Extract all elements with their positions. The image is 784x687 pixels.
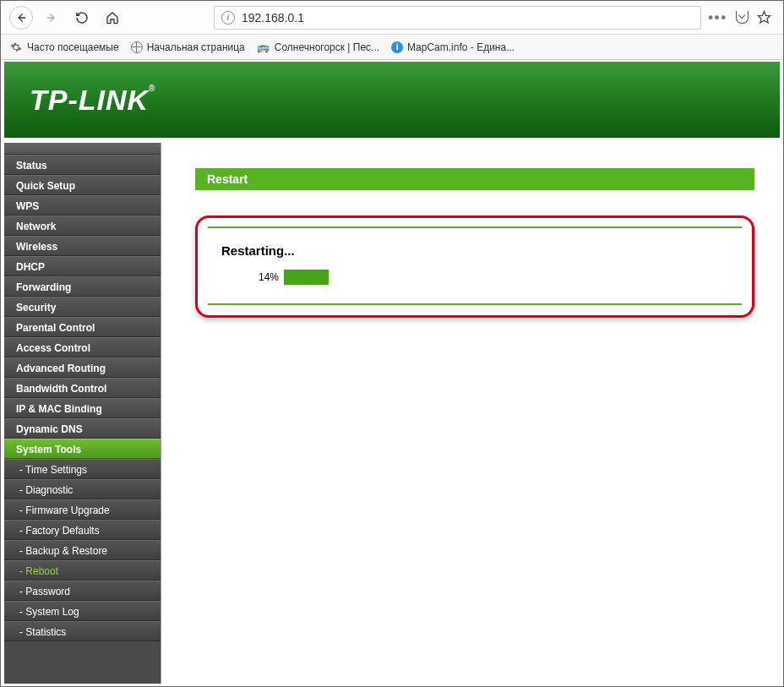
sidebar-item-dynamic-dns[interactable]: Dynamic DNS	[4, 418, 161, 439]
reload-button[interactable]	[70, 6, 94, 30]
divider	[208, 303, 742, 305]
logo-text: TP-LINK	[30, 84, 149, 116]
pocket-icon[interactable]	[736, 11, 749, 24]
bookmark-mapcam[interactable]: i MapCam.info - Едина...	[391, 41, 514, 53]
sidebar-item-access-control[interactable]: Access Control	[4, 337, 161, 357]
arrow-right-icon	[46, 12, 57, 24]
svg-marker-0	[758, 11, 770, 22]
gear-icon	[9, 41, 23, 54]
sidebar-item-wps[interactable]: WPS	[4, 195, 161, 215]
sidebar-item-factory-defaults[interactable]: - Factory Defaults	[4, 520, 161, 540]
progress-row: 14%	[216, 270, 733, 285]
url-text: 192.168.0.1	[242, 11, 304, 25]
bookmark-homepage[interactable]: Начальная страница	[131, 41, 245, 53]
bookmark-frequent[interactable]: Часто посещаемые	[9, 41, 119, 54]
progress-bar	[284, 270, 605, 285]
back-button[interactable]	[9, 6, 33, 30]
sidebar-item-dhcp[interactable]: DHCP	[4, 256, 161, 276]
address-bar[interactable]: i 192.168.0.1	[214, 6, 701, 30]
sidebar-item-reboot[interactable]: - Reboot	[4, 560, 161, 581]
sidebar-item-firmware-upgrade[interactable]: - Firmware Upgrade	[4, 499, 161, 520]
progress-fill	[284, 270, 329, 285]
sidebar-item-time-settings[interactable]: - Time Settings	[4, 459, 161, 479]
bookmarks-bar: Часто посещаемые Начальная страница 🚌 Со…	[1, 35, 783, 60]
progress-percent-text: 14%	[250, 271, 279, 283]
sidebar-item-backup-restore[interactable]: - Backup & Restore	[4, 540, 161, 560]
sidebar-item-system-tools[interactable]: System Tools	[4, 439, 161, 459]
router-header: TP-LINK®	[4, 62, 780, 138]
more-actions-icon[interactable]: •••	[708, 10, 727, 25]
sidebar-item-quick-setup[interactable]: Quick Setup	[4, 175, 161, 195]
restart-callout: Restarting... 14%	[195, 215, 754, 318]
restart-status-label: Restarting...	[216, 243, 733, 258]
sidebar-item-network[interactable]: Network	[4, 215, 161, 236]
sidebar-item-advanced-routing[interactable]: Advanced Routing	[4, 357, 161, 378]
main-content: Restart Restarting... 14%	[161, 143, 780, 684]
sidebar-item-ip-mac-binding[interactable]: IP & MAC Binding	[4, 398, 161, 418]
panel-title: Restart	[195, 168, 754, 190]
bookmark-solnechnogorsk[interactable]: 🚌 Солнечногорск | Пес...	[257, 41, 379, 54]
sidebar-item-status[interactable]: Status	[4, 155, 161, 175]
sidebar-item-wireless[interactable]: Wireless	[4, 236, 161, 256]
sidebar-item-forwarding[interactable]: Forwarding	[4, 276, 161, 297]
site-info-icon[interactable]: i	[221, 11, 235, 25]
sidebar-spacer	[4, 143, 161, 155]
sidebar-item-bandwidth-control[interactable]: Bandwidth Control	[4, 378, 161, 398]
logo-trademark: ®	[149, 84, 155, 93]
forward-button[interactable]	[40, 6, 63, 30]
bookmark-label: Солнечногорск | Пес...	[275, 41, 379, 53]
bookmark-label: MapCam.info - Едина...	[407, 41, 514, 53]
bookmark-label: Начальная страница	[147, 41, 245, 53]
reload-icon	[75, 11, 89, 25]
divider	[208, 226, 742, 228]
sidebar-item-diagnostic[interactable]: - Diagnostic	[4, 479, 161, 499]
home-icon	[106, 11, 119, 25]
van-icon: 🚌	[257, 41, 270, 54]
brand-logo: TP-LINK®	[30, 84, 155, 117]
info-blue-icon: i	[391, 41, 403, 53]
sidebar-nav: StatusQuick SetupWPSNetworkWirelessDHCPF…	[4, 143, 161, 684]
sidebar-item-statistics[interactable]: - Statistics	[4, 621, 161, 641]
sidebar-item-security[interactable]: Security	[4, 297, 161, 317]
home-button[interactable]	[101, 6, 124, 30]
globe-icon	[131, 41, 143, 53]
sidebar-item-password[interactable]: - Password	[4, 581, 161, 601]
arrow-left-icon	[15, 12, 27, 24]
sidebar-item-parental-control[interactable]: Parental Control	[4, 317, 161, 337]
router-page: TP-LINK® StatusQuick SetupWPSNetworkWire…	[1, 60, 783, 684]
sidebar-item-system-log[interactable]: - System Log	[4, 601, 161, 621]
bookmark-label: Часто посещаемые	[27, 41, 119, 53]
bookmark-star-icon[interactable]	[757, 10, 771, 25]
browser-toolbar: i 192.168.0.1 •••	[1, 1, 783, 35]
